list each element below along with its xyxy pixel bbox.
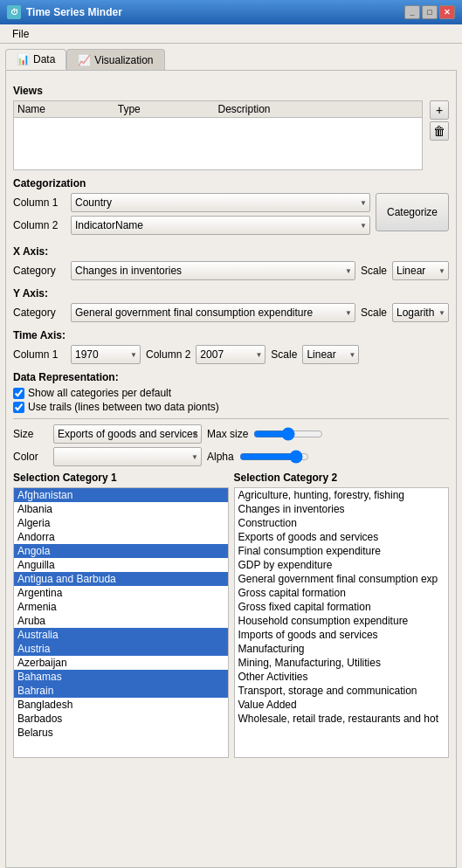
- window-body: 📊 Data 📈 Visualization Views Name Type D…: [0, 44, 462, 868]
- selection-cat1-header: Selection Category 1: [13, 472, 229, 484]
- list-item[interactable]: Gross fixed capital formation: [235, 600, 449, 614]
- size-row: Size Exports of goods and services Max s…: [13, 424, 449, 444]
- list-item[interactable]: Final consumption expenditure: [235, 544, 449, 558]
- checkbox1-label: Show all categories per default: [28, 387, 171, 399]
- selection-section: Selection Category 1 AfghanistanAlbaniaA…: [13, 472, 449, 758]
- list-item[interactable]: Exports of goods and services: [235, 530, 449, 544]
- window-title: Time Series Minder: [26, 6, 122, 18]
- list-item[interactable]: Mining, Manufacturing, Utilities: [235, 656, 449, 670]
- list-item[interactable]: Value Added: [235, 698, 449, 712]
- color-select-wrapper: [53, 447, 202, 466]
- list-item[interactable]: Other Activities: [235, 670, 449, 684]
- checkbox2[interactable]: [13, 402, 24, 413]
- data-representation-header: Data Representation:: [13, 371, 449, 383]
- col-description: Description: [218, 103, 419, 115]
- app-icon: ⏱: [7, 5, 21, 19]
- list-item[interactable]: Manufacturing: [235, 642, 449, 656]
- x-axis-row: Category Changes in inventories Scale Li…: [13, 261, 449, 280]
- tab-data[interactable]: 📊 Data: [5, 49, 66, 70]
- categorization-fields: Column 1 Country Column 2 IndicatorName: [13, 193, 370, 238]
- x-scale-select[interactable]: Linear Logarithm: [392, 261, 449, 280]
- time-scale-label: Scale: [271, 348, 297, 361]
- size-select[interactable]: Exports of goods and services: [53, 424, 202, 444]
- y-scale-select[interactable]: Logarith Linear: [392, 303, 449, 322]
- list-item[interactable]: Household consumption expenditure: [235, 614, 449, 628]
- list-item[interactable]: Barbados: [14, 712, 228, 726]
- list-item[interactable]: General government final consumption exp: [235, 572, 449, 586]
- tab-content: Views Name Type Description + 🗑 Categori…: [5, 70, 457, 868]
- divider: [13, 418, 449, 419]
- x-axis-header: X Axis:: [13, 245, 449, 258]
- list-item[interactable]: Antigua and Barbuda: [14, 572, 228, 586]
- time-col1-select[interactable]: 1970: [71, 345, 141, 364]
- time-scale-wrapper: Linear Logarithm: [302, 345, 359, 364]
- x-axis-section: X Axis: Category Changes in inventories …: [13, 245, 449, 280]
- x-category-wrapper: Changes in inventories: [71, 261, 355, 280]
- list-item[interactable]: Changes in inventories: [235, 502, 449, 516]
- y-axis-row: Category General government final consum…: [13, 303, 449, 322]
- list-item[interactable]: Bahrain: [14, 684, 228, 698]
- list-item[interactable]: Aruba: [14, 614, 228, 628]
- file-menu[interactable]: File: [5, 26, 36, 42]
- list-item[interactable]: Bangladesh: [14, 698, 228, 712]
- views-header: Views: [13, 85, 449, 97]
- categorize-button[interactable]: Categorize: [376, 193, 449, 231]
- list-item[interactable]: Transport, storage and communication: [235, 684, 449, 698]
- alpha-slider[interactable]: [239, 450, 309, 464]
- list-item[interactable]: Bahamas: [14, 670, 228, 684]
- alpha-label: Alpha: [207, 451, 234, 463]
- checkbox2-label: Use trails (lines between two data piont…: [28, 401, 219, 413]
- y-scale-label: Scale: [361, 307, 387, 319]
- y-axis-header: Y Axis:: [13, 287, 449, 300]
- list-item[interactable]: Andorra: [14, 530, 228, 544]
- categorization-header: Categorization: [13, 177, 449, 189]
- max-size-slider[interactable]: [253, 427, 323, 441]
- list-item[interactable]: Albania: [14, 502, 228, 516]
- color-label: Color: [13, 451, 48, 463]
- list-item[interactable]: Argentina: [14, 586, 228, 600]
- list-item[interactable]: Armenia: [14, 600, 228, 614]
- y-category-select[interactable]: General government final consumption exp…: [71, 303, 355, 322]
- list-item[interactable]: Wholesale, retail trade, restaurants and…: [235, 712, 449, 726]
- list-item[interactable]: Australia: [14, 628, 228, 642]
- add-view-button[interactable]: +: [430, 100, 449, 120]
- selection-cat1-list[interactable]: AfghanistanAlbaniaAlgeriaAndorraAngolaAn…: [13, 487, 229, 758]
- list-item[interactable]: Construction: [235, 516, 449, 530]
- list-item[interactable]: Imports of goods and services: [235, 628, 449, 642]
- time-col2-wrapper: 2007: [196, 345, 265, 364]
- list-item[interactable]: Azerbaijan: [14, 656, 228, 670]
- x-category-select[interactable]: Changes in inventories: [71, 261, 355, 280]
- selection-cat2-list[interactable]: Agriculture, hunting, forestry, fishingC…: [234, 487, 450, 758]
- time-col1-wrapper: 1970: [71, 345, 141, 364]
- list-item[interactable]: Austria: [14, 642, 228, 656]
- tab-visualization[interactable]: 📈 Visualization: [66, 49, 164, 70]
- max-size-label: Max size: [207, 428, 248, 440]
- list-item[interactable]: Angola: [14, 544, 228, 558]
- list-item[interactable]: Afghanistan: [14, 488, 228, 502]
- close-button[interactable]: ✕: [439, 5, 455, 19]
- time-axis-row: Column 1 1970 Column 2 2007 Scale Linear: [13, 345, 449, 364]
- data-tab-label: Data: [33, 53, 55, 65]
- column2-select[interactable]: IndicatorName: [71, 216, 370, 235]
- color-select[interactable]: [53, 447, 202, 466]
- y-category-wrapper: General government final consumption exp…: [71, 303, 355, 322]
- maximize-button[interactable]: □: [422, 5, 438, 19]
- menu-bar: File: [0, 24, 462, 44]
- minimize-button[interactable]: _: [404, 5, 420, 19]
- list-item[interactable]: Agriculture, hunting, forestry, fishing: [235, 488, 449, 502]
- column1-select[interactable]: Country: [71, 193, 370, 212]
- delete-view-button[interactable]: 🗑: [430, 121, 449, 141]
- column1-select-wrapper: Country: [71, 193, 370, 212]
- size-select-wrapper: Exports of goods and services: [53, 424, 202, 444]
- x-scale-label: Scale: [361, 265, 387, 277]
- list-item[interactable]: Belarus: [14, 726, 228, 740]
- data-representation-section: Data Representation: Show all categories…: [13, 371, 449, 413]
- checkbox1[interactable]: [13, 388, 24, 399]
- list-item[interactable]: GDP by expenditure: [235, 558, 449, 572]
- time-scale-select[interactable]: Linear Logarithm: [302, 345, 359, 364]
- time-col2-select[interactable]: 2007: [196, 345, 265, 364]
- list-item[interactable]: Algeria: [14, 516, 228, 530]
- list-item[interactable]: Gross capital formation: [235, 586, 449, 600]
- list-item[interactable]: Anguilla: [14, 558, 228, 572]
- window-controls: _ □ ✕: [404, 5, 455, 19]
